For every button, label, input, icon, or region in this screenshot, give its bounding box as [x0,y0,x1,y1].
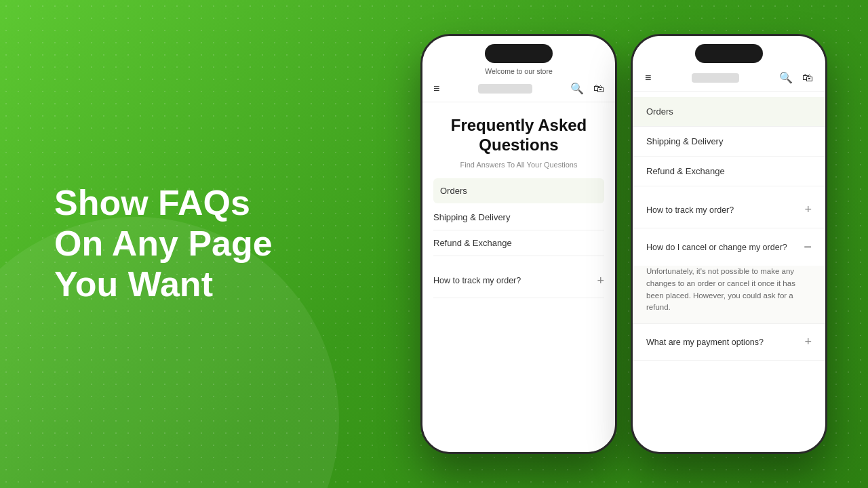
p2-faq-answer-2: Unfortunately, it's not possible to make… [633,266,825,324]
p2-faq-cancel-order[interactable]: How do I cancel or change my order? − [633,228,825,266]
logo-placeholder [478,84,532,94]
search-icon[interactable]: 🔍 [570,82,584,95]
nav-icons-2: 🔍 🛍 [779,71,813,84]
p2-collapse-icon-2[interactable]: − [804,239,812,255]
faq-question: How to track my order? [433,276,521,285]
nav-icons: 🔍 🛍 [570,82,604,95]
category-orders[interactable]: Orders [433,178,604,203]
faq-subtitle: Find Answers To All Your Questions [433,161,604,169]
hero-title: Show FAQs On Any Page You Want [54,183,273,304]
p2-expand-icon-3[interactable]: + [804,335,812,349]
category-refund[interactable]: Refund & Exchange [433,230,604,256]
cart-icon-2[interactable]: 🛍 [802,72,813,84]
faq-items: How to track my order? + [422,256,615,298]
p2-faq-track-order[interactable]: How to track my order? + [633,192,825,228]
category-shipping[interactable]: Shipping & Delivery [433,205,604,230]
dynamic-island-1 [485,44,553,63]
p2-category-orders[interactable]: Orders [633,97,825,127]
p2-faq-question-3: What are my payment options? [646,338,764,347]
cart-icon[interactable]: 🛍 [593,83,604,95]
p2-faq-question-1: How to track my order? [646,205,734,215]
phone-1-content: Welcome to our store ≡ 🔍 🛍 Frequently As… [422,36,615,452]
phone1-navbar: ≡ 🔍 🛍 [422,78,615,102]
hero-text: Show FAQs On Any Page You Want [54,183,292,304]
p2-faq-question-2: How do I cancel or change my order? [646,243,787,252]
hamburger-icon[interactable]: ≡ [433,83,439,95]
p2-faq-items: How to track my order? + How do I cancel… [633,192,825,361]
hamburger-icon-2[interactable]: ≡ [645,72,651,84]
p2-faq-payment[interactable]: What are my payment options? + [633,324,825,361]
phones-container: Welcome to our store ≡ 🔍 🛍 Frequently As… [420,34,827,454]
expand-icon[interactable]: + [597,274,604,288]
faq-categories: Orders Shipping & Delivery Refund & Exch… [422,178,615,256]
p2-categories: Orders Shipping & Delivery Refund & Exch… [633,92,825,192]
p2-expand-icon-1[interactable]: + [804,203,812,217]
search-icon-2[interactable]: 🔍 [779,71,793,84]
phone-2: ≡ 🔍 🛍 Orders Shipping & Delivery Refund … [631,34,827,454]
faq-item-track-order[interactable]: How to track my order? + [433,264,604,298]
dynamic-island-2 [695,44,763,63]
phone-2-content: ≡ 🔍 🛍 Orders Shipping & Delivery Refund … [633,36,825,452]
p2-category-refund[interactable]: Refund & Exchange [633,157,825,186]
p2-category-shipping[interactable]: Shipping & Delivery [633,127,825,157]
phone-1: Welcome to our store ≡ 🔍 🛍 Frequently As… [420,34,617,454]
p2-answer-text-2: Unfortunately, it's not possible to make… [646,267,795,311]
faq-header: Frequently Asked Questions Find Answers … [422,102,615,178]
faq-title: Frequently Asked Questions [433,116,604,155]
logo-placeholder-2 [692,73,739,83]
